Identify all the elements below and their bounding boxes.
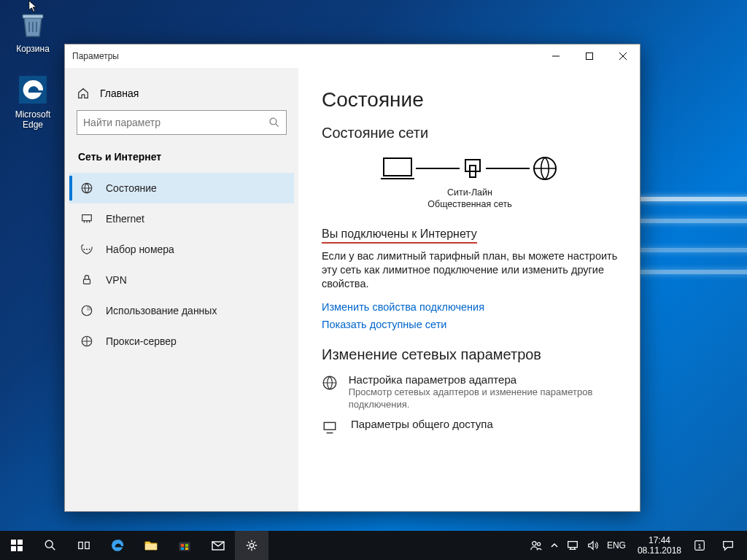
- svg-point-22: [45, 540, 53, 548]
- sidebar-nav: Состояние Ethernet Набор номера: [69, 173, 294, 357]
- network-type: Общественная сеть: [322, 198, 618, 210]
- sidebar-home-label: Главная: [100, 88, 139, 99]
- option-desc: Просмотр сетевых адаптеров и изменение п…: [349, 386, 618, 411]
- notification-badge-icon: 1: [693, 539, 706, 552]
- svg-rect-23: [79, 542, 82, 549]
- desktop-icon-edge[interactable]: Microsoft Edge: [6, 73, 60, 130]
- window-title: Параметры: [65, 51, 119, 61]
- taskbar-app-settings[interactable]: [235, 531, 268, 560]
- taskbar-app-mail[interactable]: [201, 531, 235, 560]
- sidebar-item-vpn[interactable]: VPN: [69, 265, 294, 295]
- action-center-button[interactable]: [713, 531, 743, 560]
- chevron-up-icon: [550, 541, 559, 550]
- sidebar-item-label: Состояние: [106, 182, 157, 194]
- taskbar-app-store[interactable]: [168, 531, 201, 560]
- svg-point-8: [89, 249, 90, 250]
- globe-icon: [531, 155, 559, 182]
- settings-window: Параметры Главная: [64, 44, 640, 512]
- svg-rect-30: [185, 548, 188, 550]
- tray-volume[interactable]: [587, 531, 600, 560]
- svg-point-33: [533, 542, 536, 545]
- sidebar-item-label: VPN: [106, 274, 127, 286]
- dialup-icon: [80, 243, 94, 256]
- ethernet-icon: [80, 212, 94, 225]
- svg-point-7: [86, 249, 88, 250]
- sidebar-category: Сеть и Интернет: [69, 148, 294, 173]
- tray-network[interactable]: [566, 531, 579, 560]
- edge-icon: [18, 74, 48, 105]
- data-usage-icon: [80, 304, 94, 317]
- network-name: Сити-Лайн: [322, 187, 618, 198]
- tray-notification-badge[interactable]: 1: [693, 531, 706, 560]
- section-change-settings: Изменение сетевых параметров: [322, 346, 618, 363]
- people-icon: [530, 539, 543, 552]
- task-view-button[interactable]: [67, 531, 101, 560]
- sidebar-item-ethernet[interactable]: Ethernet: [69, 203, 294, 234]
- option-title: Настройка параметров адаптера: [349, 373, 618, 386]
- router-icon: [461, 155, 484, 182]
- tray-people[interactable]: [530, 531, 543, 560]
- taskbar-search[interactable]: [34, 531, 67, 560]
- sidebar-item-proxy[interactable]: Прокси-сервер: [69, 326, 294, 357]
- svg-rect-18: [11, 540, 16, 545]
- svg-rect-27: [181, 544, 184, 547]
- svg-rect-24: [85, 542, 89, 549]
- search-icon: [268, 117, 280, 128]
- titlebar[interactable]: Параметры: [65, 44, 640, 68]
- sidebar-item-label: Ethernet: [106, 213, 144, 225]
- vpn-icon: [80, 273, 94, 287]
- wallpaper-light: [630, 190, 747, 335]
- pc-icon: [381, 155, 414, 182]
- desktop-icon-label: Корзина: [6, 44, 60, 54]
- adapter-icon: [322, 373, 338, 411]
- svg-rect-12: [384, 158, 411, 176]
- option-sharing-settings[interactable]: Параметры общего доступа: [322, 418, 618, 435]
- sidebar-item-status[interactable]: Состояние: [69, 173, 294, 203]
- home-icon: [77, 87, 90, 100]
- folder-icon: [144, 538, 158, 553]
- sidebar-item-datausage[interactable]: Использование данных: [69, 295, 294, 326]
- taskbar: ENG 17:44 08.11.2018 1: [0, 531, 747, 560]
- taskbar-app-explorer[interactable]: [134, 531, 168, 560]
- sidebar: Главная Сеть и Интернет Состоя: [65, 68, 298, 511]
- svg-rect-5: [82, 215, 92, 221]
- link-available-networks[interactable]: Показать доступные сети: [322, 319, 618, 330]
- sidebar-item-dialup[interactable]: Набор номера: [69, 234, 294, 265]
- tray-clock[interactable]: 17:44 08.11.2018: [633, 535, 686, 556]
- option-adapter-settings[interactable]: Настройка параметров адаптера Просмотр с…: [322, 373, 618, 411]
- search-field[interactable]: [83, 117, 268, 128]
- sidebar-home[interactable]: Главная: [69, 82, 294, 110]
- action-center-icon: [721, 539, 735, 552]
- link-connection-properties[interactable]: Изменить свойства подключения: [322, 301, 618, 313]
- start-button[interactable]: [0, 531, 34, 560]
- sidebar-item-label: Использование данных: [106, 305, 217, 316]
- svg-rect-2: [587, 53, 593, 60]
- sidebar-item-label: Прокси-сервер: [106, 335, 177, 347]
- minimize-button[interactable]: [539, 44, 573, 68]
- close-button[interactable]: [606, 44, 640, 68]
- taskbar-app-edge[interactable]: [101, 531, 134, 560]
- option-title: Параметры общего доступа: [351, 418, 493, 430]
- network-caption: Сити-Лайн Общественная сеть: [322, 187, 618, 210]
- sharing-icon: [322, 418, 341, 435]
- desktop-icon-recycle-bin[interactable]: Корзина: [6, 7, 60, 54]
- section-network-state: Состояние сети: [322, 125, 618, 141]
- svg-rect-35: [568, 542, 578, 548]
- search-input[interactable]: [77, 110, 287, 135]
- svg-point-3: [270, 118, 276, 125]
- taskview-icon: [77, 539, 90, 552]
- globe-icon: [80, 182, 94, 195]
- gear-icon: [245, 539, 258, 552]
- svg-rect-28: [185, 544, 188, 547]
- maximize-button[interactable]: [573, 44, 606, 68]
- svg-rect-29: [181, 548, 184, 550]
- tray-overflow[interactable]: [550, 531, 559, 560]
- ethernet-icon: [566, 539, 579, 552]
- limited-plan-text: Если у вас лимитный тарифный план, вы мо…: [322, 249, 618, 291]
- clock-time: 17:44: [638, 535, 681, 545]
- svg-rect-17: [324, 422, 335, 429]
- svg-rect-9: [84, 279, 90, 284]
- tray-language[interactable]: ENG: [607, 531, 626, 560]
- desktop: Корзина Microsoft Edge Параметры: [0, 0, 747, 560]
- svg-point-34: [537, 542, 540, 545]
